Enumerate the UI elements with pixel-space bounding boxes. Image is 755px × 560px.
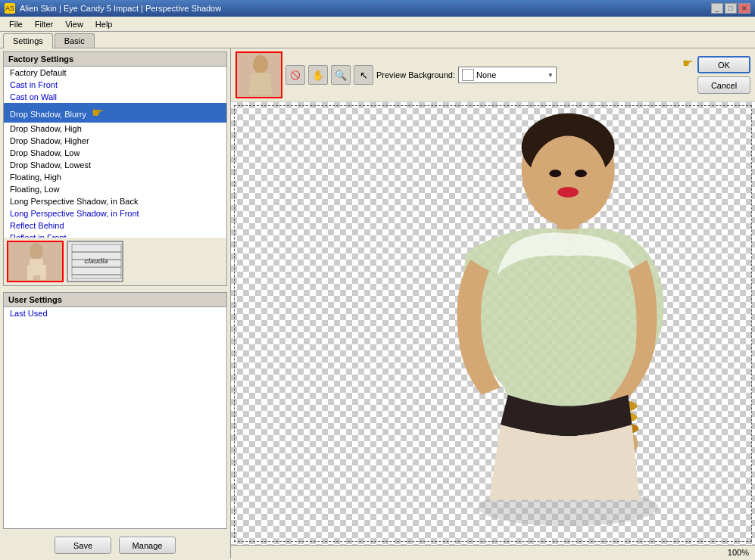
preview-canvas[interactable]: [231, 102, 755, 545]
factory-settings-list[interactable]: Factory Default Cast in Front Cast on Wa…: [4, 67, 226, 238]
bottom-buttons: Save Manage: [0, 532, 230, 558]
cancel-button[interactable]: Cancel: [697, 76, 750, 94]
setting-floating-high[interactable]: Floating, High: [4, 171, 226, 183]
manage-button[interactable]: Manage: [119, 537, 176, 554]
setting-reflect-in-front[interactable]: Reflect in Front: [4, 232, 226, 238]
app-icon: AS: [5, 3, 15, 14]
svg-rect-4: [40, 265, 46, 280]
svg-point-16: [529, 136, 607, 226]
setting-cast-in-front[interactable]: Cast in Front: [4, 79, 226, 91]
maximize-button[interactable]: □: [725, 3, 737, 14]
thumbnail-strip: claudia: [4, 238, 226, 285]
preview-bg-value: None: [476, 70, 496, 79]
tool-hand-button[interactable]: ✋: [308, 65, 328, 85]
user-settings-header: User Settings: [4, 293, 226, 307]
tab-basic[interactable]: Basic: [55, 33, 95, 48]
tool-zoom-button[interactable]: 🔍: [331, 65, 351, 85]
setting-drop-shadow-blurry[interactable]: Drop Shadow, Blurry ☛: [4, 103, 226, 123]
minimize-button[interactable]: _: [711, 3, 723, 14]
user-settings-group: User Settings Last Used: [3, 292, 227, 529]
menu-view[interactable]: View: [59, 18, 89, 30]
ok-button[interactable]: ☛ OK: [697, 56, 750, 73]
svg-point-18: [575, 170, 587, 177]
svg-point-17: [549, 170, 561, 177]
factory-settings-header: Factory Settings: [4, 52, 226, 67]
statusbar: 100%: [231, 545, 755, 558]
main-layout: Factory Settings Factory Default Cast in…: [0, 48, 755, 558]
title-text: Alien Skin | Eye Candy 5 Impact | Perspe…: [20, 4, 711, 13]
setting-reflect-behind[interactable]: Reflect Behind: [4, 219, 226, 232]
menu-filter[interactable]: Filter: [29, 18, 59, 30]
setting-floating-low[interactable]: Floating, Low: [4, 183, 226, 195]
preview-bg-label: Preview Background:: [376, 70, 455, 79]
menu-help[interactable]: Help: [89, 18, 119, 30]
menubar: File Filter View Help: [0, 17, 755, 32]
thumb-logo: claudia: [68, 242, 122, 281]
setting-drop-shadow-high[interactable]: Drop Shadow, High: [4, 123, 226, 135]
cursor-icon-ok: ☛: [682, 56, 693, 70]
cancel-label: Cancel: [711, 81, 737, 90]
setting-drop-shadow-low[interactable]: Drop Shadow, Low: [4, 147, 226, 159]
thumb-2[interactable]: claudia: [67, 241, 123, 282]
svg-point-19: [557, 187, 579, 198]
preview-bg-select[interactable]: None: [458, 67, 557, 83]
zoom-level: 100%: [728, 548, 749, 557]
grid-icon: [462, 69, 474, 81]
save-button[interactable]: Save: [55, 537, 111, 554]
svg-point-13: [253, 55, 268, 73]
setting-cast-on-wall[interactable]: Cast on Wall: [4, 91, 226, 103]
titlebar: AS Alien Skin | Eye Candy 5 Impact | Per…: [0, 0, 755, 17]
setting-long-perspective-front[interactable]: Long Perspective Shadow, in Front: [4, 207, 226, 219]
toolbar-thumbnail[interactable]: [236, 51, 282, 98]
tool-select-button[interactable]: 🚫: [285, 65, 305, 85]
setting-drop-shadow-higher[interactable]: Drop Shadow, Higher: [4, 135, 226, 147]
left-panel: Factory Settings Factory Default Cast in…: [0, 48, 231, 558]
svg-text:claudia: claudia: [84, 257, 108, 265]
menu-file[interactable]: File: [3, 18, 29, 30]
tabs-row: Settings Basic: [0, 32, 755, 48]
user-last-used[interactable]: Last Used: [4, 307, 226, 319]
tab-settings[interactable]: Settings: [3, 33, 53, 48]
preview-bg-row: Preview Background: None: [376, 67, 557, 83]
setting-drop-shadow-lowest[interactable]: Drop Shadow, Lowest: [4, 159, 226, 171]
svg-point-1: [30, 243, 43, 260]
toolbar-row: 🚫 ✋ 🔍 ↖ Preview Background: None ☛ OK C: [231, 48, 755, 102]
factory-settings-group: Factory Settings Factory Default Cast in…: [3, 51, 227, 286]
ok-label: OK: [718, 61, 730, 70]
right-panel: 🚫 ✋ 🔍 ↖ Preview Background: None ☛ OK C: [231, 48, 755, 558]
thumb-1[interactable]: [7, 241, 64, 282]
svg-rect-3: [27, 265, 33, 280]
tool-arrow-button[interactable]: ↖: [354, 65, 373, 85]
setting-factory-default[interactable]: Factory Default: [4, 67, 226, 79]
setting-long-perspective-back[interactable]: Long Perspective Shadow, in Back: [4, 195, 226, 207]
close-button[interactable]: ✕: [738, 3, 750, 14]
ok-cancel-group: ☛ OK Cancel: [697, 56, 750, 94]
